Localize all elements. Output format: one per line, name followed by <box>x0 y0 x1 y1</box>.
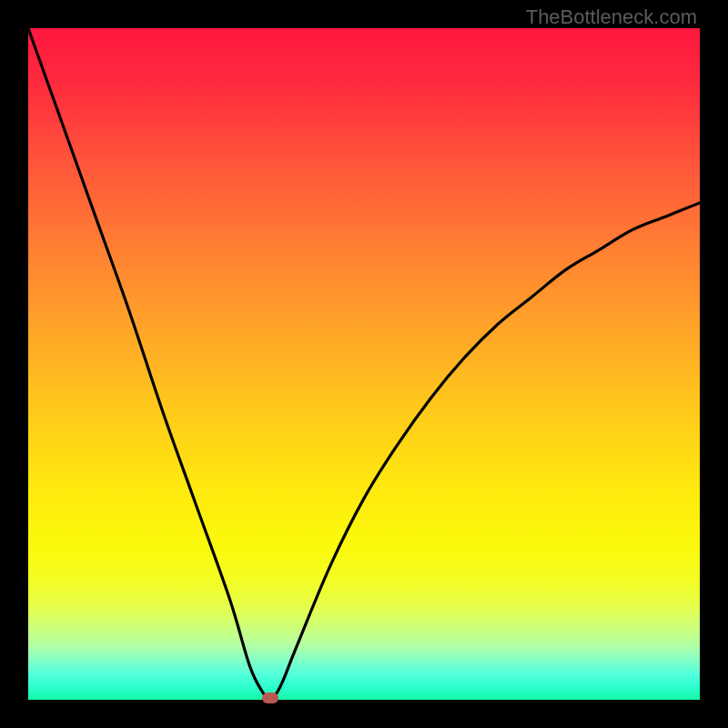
chart-frame: TheBottleneck.com <box>0 0 728 728</box>
attribution-text: TheBottleneck.com <box>526 5 697 29</box>
bottleneck-curve <box>28 28 700 700</box>
minimum-marker <box>262 693 278 703</box>
plot-area <box>28 28 700 700</box>
